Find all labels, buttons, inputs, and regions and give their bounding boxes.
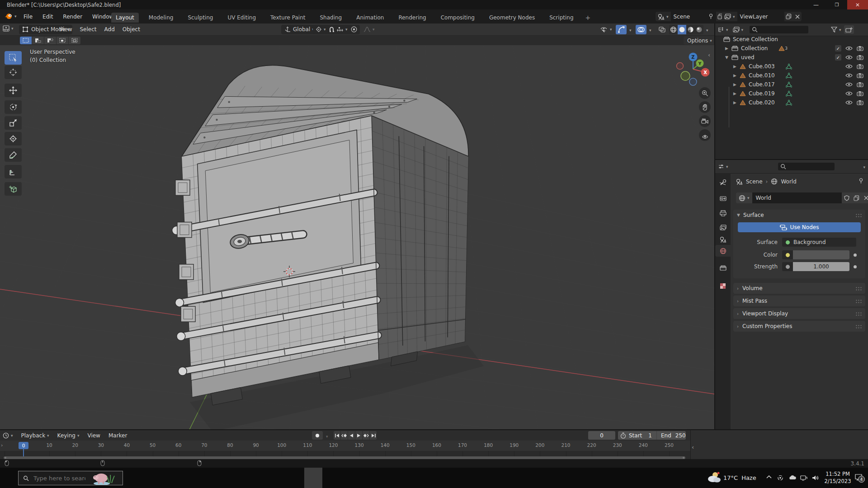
panel-grip[interactable] bbox=[855, 286, 862, 291]
surface-panel-header[interactable]: ▼ Surface bbox=[733, 210, 865, 221]
workspace-tab-texture-paint[interactable]: Texture Paint bbox=[266, 13, 310, 23]
properties-search-input[interactable] bbox=[788, 163, 828, 170]
workspace-tab-shading[interactable]: Shading bbox=[315, 13, 346, 23]
timeline-menu-keying[interactable]: Keying▾ bbox=[57, 432, 80, 439]
start-value[interactable]: 1 bbox=[648, 432, 652, 439]
expand-arrow[interactable]: ▶ bbox=[733, 64, 739, 69]
expand-arrow[interactable]: ▶ bbox=[733, 100, 739, 105]
tool-rotate[interactable] bbox=[5, 100, 22, 114]
disable-in-renders-toggle[interactable] bbox=[857, 100, 863, 105]
navigation-gizmo[interactable]: Z Y X bbox=[676, 49, 712, 90]
outliner-row-scene-collection[interactable]: Scene Collection bbox=[715, 35, 868, 44]
stopwatch-icon[interactable] bbox=[620, 432, 626, 439]
properties-tab-scene[interactable] bbox=[715, 234, 731, 245]
view-layer-browse-button[interactable]: ▾ bbox=[722, 12, 737, 21]
tray-meet-now-icon[interactable] bbox=[777, 475, 784, 481]
shading-material-button[interactable] bbox=[686, 25, 695, 34]
maximize-button[interactable]: ❐ bbox=[826, 0, 847, 9]
disable-in-renders-toggle[interactable] bbox=[857, 82, 863, 87]
tool-scale[interactable] bbox=[5, 116, 22, 130]
overlays-dropdown[interactable]: ▾ bbox=[647, 27, 651, 33]
taskbar-search-box[interactable] bbox=[18, 471, 123, 485]
object-visibility-dropdown[interactable]: ▾ bbox=[598, 25, 614, 34]
outliner-item-label[interactable]: Cube.003 bbox=[749, 63, 775, 70]
play-button[interactable] bbox=[355, 431, 363, 440]
strength-slider[interactable]: 1.000 bbox=[793, 262, 849, 271]
properties-tab-render[interactable] bbox=[715, 192, 731, 204]
unlink-world-button[interactable] bbox=[862, 192, 868, 203]
tray-hidden-icons-chevron-icon[interactable] bbox=[766, 475, 772, 479]
properties-options-dropdown[interactable]: ▾ bbox=[861, 164, 865, 170]
auto-keying-button[interactable] bbox=[312, 431, 323, 440]
timeline-menu-view[interactable]: View bbox=[87, 432, 100, 439]
browse-world-button[interactable]: ▾ bbox=[736, 192, 752, 203]
add-workspace-button[interactable]: + bbox=[584, 14, 593, 21]
nav-toggle-ortho-button[interactable] bbox=[699, 129, 711, 141]
jump-to-end-button[interactable] bbox=[370, 431, 377, 440]
scene-browse-button[interactable]: ▾ bbox=[656, 12, 671, 21]
hide-in-viewport-toggle[interactable] bbox=[845, 46, 853, 51]
options-dropdown[interactable]: Options▾ bbox=[684, 36, 716, 45]
outliner-search-input[interactable] bbox=[760, 26, 802, 33]
tray-onedrive-icon[interactable] bbox=[788, 475, 797, 480]
jump-to-start-button[interactable] bbox=[334, 431, 341, 440]
properties-search[interactable] bbox=[778, 163, 835, 170]
properties-tab-collection[interactable] bbox=[715, 262, 731, 274]
snap-target-dropdown[interactable]: ▾ bbox=[336, 27, 348, 32]
nav-toggle-camera-button[interactable] bbox=[699, 115, 711, 127]
copy-world-button[interactable] bbox=[852, 192, 862, 203]
workspace-tab-layout[interactable]: Layout bbox=[111, 13, 139, 23]
tool-move[interactable] bbox=[5, 84, 22, 97]
properties-tab-world[interactable] bbox=[715, 245, 731, 257]
timeline-channel-area[interactable] bbox=[0, 451, 690, 456]
display-mode-dropdown[interactable]: ▾ bbox=[733, 27, 744, 33]
properties-tab-output[interactable] bbox=[715, 207, 731, 219]
transform-orientation-dropdown[interactable]: Global▾ bbox=[281, 25, 317, 34]
tray-network-icon[interactable] bbox=[800, 475, 807, 481]
strength-socket-button[interactable] bbox=[782, 262, 793, 271]
end-value[interactable]: 250 bbox=[675, 432, 686, 439]
xray-toggle[interactable] bbox=[656, 25, 667, 34]
outliner-item-label[interactable]: uved bbox=[741, 54, 755, 61]
shading-solid-button[interactable] bbox=[678, 25, 686, 34]
filter-dropdown[interactable]: ▾ bbox=[831, 27, 841, 33]
shading-rendered-button[interactable] bbox=[695, 25, 703, 34]
timeline-menu-playback[interactable]: Playback▾ bbox=[21, 432, 49, 439]
surface-shader-field[interactable]: Background bbox=[782, 238, 856, 247]
workspace-tab-scripting[interactable]: Scripting bbox=[545, 13, 578, 23]
hide-in-viewport-toggle[interactable] bbox=[845, 73, 853, 78]
checkbox-icon[interactable]: ✓ bbox=[835, 54, 841, 61]
show-overlays-toggle[interactable] bbox=[636, 25, 646, 34]
next-keyframe-button[interactable] bbox=[363, 431, 370, 440]
menu-render[interactable]: Render bbox=[63, 14, 82, 20]
tool-add-cube[interactable] bbox=[5, 182, 22, 196]
viewport-3d[interactable]: User Perspective (0) Collection Z Y X ‹ bbox=[0, 45, 714, 429]
expand-arrow[interactable]: ▶ bbox=[725, 46, 731, 51]
scene-name-field[interactable]: Scene bbox=[671, 12, 716, 21]
clock-widget[interactable]: 11:52 PM 2/15/2023 bbox=[824, 470, 852, 485]
disable-in-renders-toggle[interactable] bbox=[857, 64, 863, 69]
expand-arrow[interactable]: ▶ bbox=[733, 82, 739, 87]
proportional-falloff-dropdown[interactable]: ▾ bbox=[362, 25, 377, 34]
expand-arrow[interactable]: ▶ bbox=[733, 91, 739, 96]
minimize-button[interactable]: — bbox=[806, 0, 826, 9]
view-layer-remove-button[interactable] bbox=[793, 12, 802, 21]
tool-select-box[interactable] bbox=[5, 51, 22, 65]
outliner-row-cube-020[interactable]: ▶Cube.020 bbox=[715, 98, 868, 107]
show-gizmos-toggle[interactable] bbox=[616, 25, 627, 34]
menu-edit[interactable]: Edit bbox=[42, 14, 53, 20]
properties-tab-texture[interactable] bbox=[715, 280, 731, 292]
workspace-tab-animation[interactable]: Animation bbox=[352, 13, 388, 23]
hide-in-viewport-toggle[interactable] bbox=[845, 91, 853, 96]
select-mode-subtract[interactable] bbox=[44, 37, 57, 44]
workspace-tab-rendering[interactable]: Rendering bbox=[394, 13, 430, 23]
checkbox-icon[interactable]: ✓ bbox=[835, 45, 841, 52]
shading-wireframe-button[interactable] bbox=[669, 25, 678, 34]
breadcrumb-scene[interactable]: Scene bbox=[746, 178, 763, 185]
weather-widget[interactable]: 17°C Haze bbox=[706, 470, 756, 485]
select-mode-set[interactable] bbox=[20, 37, 32, 44]
proportional-editing-toggle[interactable] bbox=[348, 25, 360, 34]
play-reverse-button[interactable] bbox=[348, 431, 355, 440]
workspace-tab-sculpting[interactable]: Sculpting bbox=[183, 13, 217, 23]
outliner-row-collection[interactable]: ▶Collection3✓ bbox=[715, 44, 868, 53]
